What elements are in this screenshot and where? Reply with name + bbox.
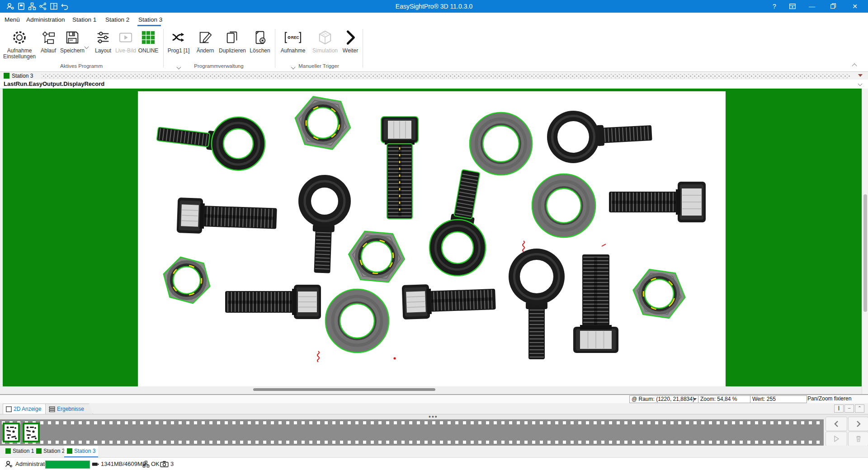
image-frame-icon: [6, 406, 12, 412]
panel-tab-bar: 2D Anzeige Ergebnisse ❙ – ⌃: [0, 403, 868, 414]
record-label: LastRun.EasyOutput.DisplayRecord: [4, 80, 104, 89]
help-button[interactable]: ?: [767, 0, 782, 13]
save-floppy-icon: [58, 27, 86, 48]
dotted-separator: [42, 74, 850, 78]
ribbon-separator: [275, 29, 275, 68]
filmstrip-perforation: [2, 421, 822, 424]
raum-coordinates-field[interactable]: @ Raum: (1220, 21,8834): [629, 395, 699, 403]
chevron-right-icon: [339, 27, 362, 48]
station-header-bar: Station 3: [0, 71, 868, 80]
ribbon-separator: [363, 29, 363, 68]
chevron-right-icon: [855, 420, 862, 428]
record-collapse-chevron-icon[interactable]: [858, 82, 863, 86]
result-thumbnail[interactable]: [3, 423, 20, 442]
tab-2d-anzeige[interactable]: 2D Anzeige: [3, 404, 50, 414]
bottom-tab-station-3[interactable]: Station 3: [64, 446, 98, 457]
bottom-tab-station-2[interactable]: Station 2: [33, 446, 67, 456]
shuffle-icon: [164, 27, 193, 48]
ribbon-separator: [163, 29, 164, 68]
user-icon: [5, 460, 13, 470]
wert-field[interactable]: Wert: 255: [750, 395, 807, 403]
vertical-scrollbar[interactable]: [862, 89, 868, 394]
station-tab-bar: Station 1 Station 2 Station 3: [0, 446, 868, 456]
panel-layout-single-button[interactable]: ❙: [834, 404, 844, 413]
delete-results-button: [848, 432, 868, 446]
delete-file-icon: [247, 27, 273, 48]
vertical-scrollbar-thumb[interactable]: [863, 194, 867, 312]
memory-usage: 1341MB/4609MB: [101, 458, 146, 470]
previous-result-button[interactable]: [826, 417, 847, 431]
tab-station-2[interactable]: Station 2: [105, 15, 129, 24]
online-button[interactable]: ONLINE: [135, 27, 161, 70]
play-results-button: [826, 432, 847, 446]
status-progress-bar: [45, 461, 90, 469]
camera-icon: [160, 461, 169, 470]
network-status-icon: [142, 461, 150, 470]
app-window: EasySightPro® 3D 11.0.3.0 ? — ✕ Menü Adm…: [0, 0, 868, 470]
station-status-square: [4, 73, 9, 79]
horizontal-scrollbar-thumb[interactable]: [253, 388, 435, 391]
station-header-label: Station 3: [12, 72, 33, 80]
play-live-icon: [113, 27, 138, 48]
restore-button[interactable]: [826, 0, 841, 13]
tab-station-1[interactable]: Station 1: [72, 15, 96, 24]
station-status-square: [5, 448, 11, 454]
play-icon: [833, 435, 840, 442]
status-bar: Administrator 1341MB/4609MB OK 3: [0, 457, 868, 470]
result-thumbnail[interactable]: [23, 423, 40, 442]
edit-pencil-icon: [193, 27, 218, 48]
trash-icon: [855, 435, 862, 442]
splitter-grip-icon: •••: [429, 416, 439, 418]
menu-menue[interactable]: Menü: [5, 15, 20, 24]
duplicate-copy-icon: [216, 27, 249, 48]
panel-minimize-button[interactable]: –: [844, 404, 854, 413]
record-header-row: LastRun.EasyOutput.DisplayRecord: [0, 80, 868, 89]
tab-ergebnisse[interactable]: Ergebnisse: [45, 404, 93, 414]
record-icon: REC: [278, 27, 308, 48]
chevron-left-icon: [833, 420, 840, 428]
window-title: EasySightPro® 3D 11.0.3.0: [0, 0, 868, 13]
tab-station-3[interactable]: Station 3: [138, 15, 162, 24]
station-status-square: [67, 448, 72, 454]
ribbon-pin-button[interactable]: [785, 0, 800, 13]
minimize-button[interactable]: —: [804, 0, 820, 13]
flowchart-icon: [36, 27, 61, 48]
result-filmstrip[interactable]: [0, 419, 824, 446]
network-status: OK: [151, 458, 160, 470]
simulation-cube-icon: [310, 27, 340, 48]
camera-image[interactable]: [138, 91, 726, 386]
menu-administration[interactable]: Administration: [26, 15, 65, 24]
pan-zoom-fix-label[interactable]: Pan/Zoom fixieren: [807, 395, 851, 402]
settings-gear-icon: [2, 27, 37, 48]
ribbon-group-label: Programmverwaltung: [165, 63, 273, 69]
horizontal-scrollbar[interactable]: [0, 386, 862, 394]
ribbon-group-label: Aktives Programm: [27, 63, 136, 69]
viewer-status-row: @ Raum: (1220, 21,8834) Zoom: 54,84 % We…: [0, 395, 868, 403]
title-bar: EasySightPro® 3D 11.0.3.0 ? — ✕: [0, 0, 868, 13]
bottom-tab-station-1[interactable]: Station 1: [3, 446, 37, 456]
panel-collapse-button[interactable]: ⌃: [855, 404, 864, 413]
online-grid-icon: [135, 27, 161, 48]
raum-dropdown-triangle-icon[interactable]: [693, 398, 697, 400]
ribbon-group-label: Manueller Trigger: [264, 63, 373, 69]
results-table-icon: [48, 406, 55, 412]
memory-icon: [92, 462, 99, 470]
zoom-field[interactable]: Zoom: 54,84 %: [698, 395, 750, 403]
station-dropdown-triangle-icon[interactable]: [858, 74, 863, 77]
station-status-square: [36, 448, 42, 454]
inspection-photo: [138, 91, 726, 386]
svg-text:REC: REC: [291, 35, 299, 40]
camera-count: 3: [170, 458, 174, 470]
sliders-icon: [90, 27, 116, 48]
menu-bar: Menü Administration Station 1 Station 2 …: [0, 13, 868, 26]
next-result-button[interactable]: [848, 417, 868, 431]
ribbon-collapse-chevron-icon[interactable]: [852, 63, 857, 68]
ribbon-toolbar: AufnahmeEinstellungen Ablauf Speichern L…: [0, 26, 868, 72]
filmstrip-perforation: [2, 441, 822, 444]
image-viewer[interactable]: [3, 89, 862, 386]
close-button[interactable]: ✕: [847, 0, 863, 13]
